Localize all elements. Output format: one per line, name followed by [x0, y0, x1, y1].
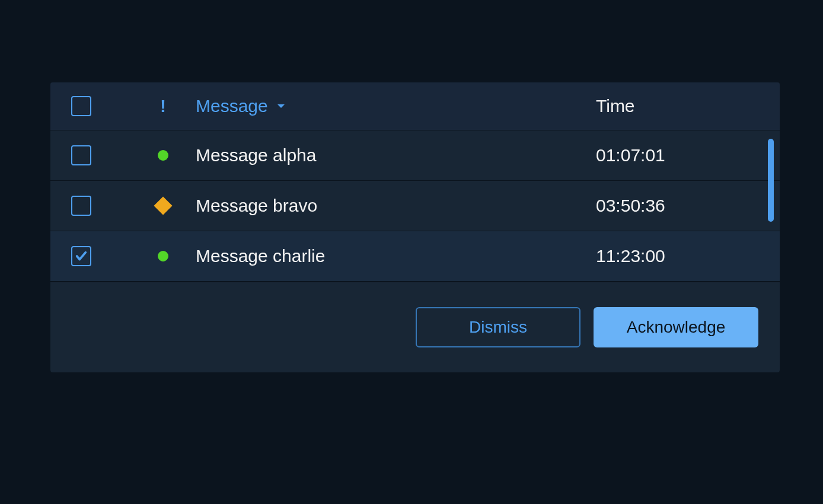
- dismiss-button[interactable]: Dismiss: [416, 307, 580, 347]
- table-header: ! Message Time: [50, 82, 780, 130]
- row-message: Message charlie: [196, 246, 596, 266]
- sort-descending-icon: [276, 103, 286, 110]
- column-header-message[interactable]: Message: [196, 96, 596, 116]
- row-checkbox[interactable]: [71, 145, 91, 165]
- row-checkbox[interactable]: [71, 196, 91, 216]
- row-message: Message bravo: [196, 196, 596, 216]
- severity-caution-icon: [154, 196, 172, 215]
- table-row[interactable]: Message bravo 03:50:36: [50, 180, 780, 231]
- row-checkbox[interactable]: [71, 246, 91, 266]
- select-all-checkbox[interactable]: [71, 96, 91, 116]
- column-header-time[interactable]: Time: [596, 96, 780, 116]
- check-icon: [75, 250, 88, 263]
- row-time: 03:50:36: [596, 196, 780, 216]
- dialog-footer: Dismiss Acknowledge: [50, 281, 780, 372]
- row-time: 11:23:00: [596, 246, 780, 266]
- acknowledge-button[interactable]: Acknowledge: [594, 307, 758, 347]
- message-dialog: ! Message Time Message alpha 01:07:01: [50, 82, 780, 372]
- header-select-all-col: [71, 96, 130, 116]
- column-header-message-label: Message: [196, 96, 268, 116]
- table-row[interactable]: Message charlie 11:23:00: [50, 231, 780, 281]
- row-message: Message alpha: [196, 145, 596, 165]
- row-time: 01:07:01: [596, 145, 780, 165]
- table-body: Message alpha 01:07:01 Message bravo 03:…: [50, 130, 780, 281]
- severity-ok-icon: [158, 251, 168, 261]
- scrollbar-thumb[interactable]: [768, 139, 774, 222]
- table-row[interactable]: Message alpha 01:07:01: [50, 130, 780, 180]
- severity-ok-icon: [158, 150, 168, 161]
- column-header-severity[interactable]: !: [130, 96, 196, 116]
